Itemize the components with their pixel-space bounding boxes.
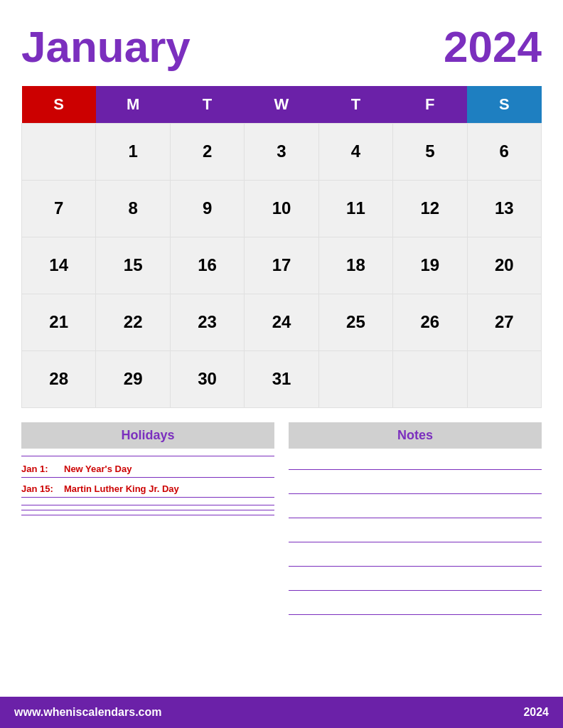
holiday-top-line (21, 456, 274, 456)
calendar-cell: 14 (22, 237, 96, 294)
page: January 2024 S M T W T F S 1234567891011… (0, 0, 563, 728)
note-line-4 (289, 528, 542, 542)
holidays-header: Holidays (21, 422, 274, 449)
calendar-cell: 2 (170, 123, 244, 180)
month-title: January (21, 21, 191, 72)
holiday-date: Jan 15: (21, 483, 64, 494)
holiday-name: Martin Luther King Jr. Day (64, 483, 179, 494)
col-header-wed: W (245, 86, 318, 123)
calendar-cell: 9 (170, 180, 244, 237)
calendar-row: 78910111213 (22, 180, 542, 237)
notes-header: Notes (289, 422, 542, 449)
calendar-wrapper: S M T W T F S 12345678910111213141516171… (21, 86, 542, 408)
calendar-header-row: S M T W T F S (22, 86, 542, 123)
note-line-7 (289, 601, 542, 615)
calendar-cell: 7 (22, 180, 96, 237)
calendar-cell (318, 350, 392, 407)
calendar-row: 21222324252627 (22, 294, 542, 350)
bottom-section: Holidays Jan 1:New Year's DayJan 15:Mart… (21, 422, 542, 697)
calendar-cell: 25 (318, 294, 392, 350)
footer-url: www.wheniscalendars.com (14, 706, 161, 719)
footer-year: 2024 (523, 706, 549, 719)
holidays-panel: Holidays Jan 1:New Year's DayJan 15:Mart… (21, 422, 274, 697)
calendar-cell: 15 (96, 237, 170, 294)
calendar-cell: 10 (245, 180, 318, 237)
calendar-cell: 3 (245, 123, 318, 180)
calendar-cell: 20 (467, 237, 541, 294)
col-header-mon: M (96, 86, 170, 123)
col-header-sat: S (467, 86, 541, 123)
col-header-fri: F (393, 86, 467, 123)
calendar-cell: 12 (393, 180, 467, 237)
calendar-cell (22, 123, 96, 180)
calendar-cell: 13 (467, 180, 541, 237)
calendar-cell: 4 (318, 123, 392, 180)
calendar-cell: 26 (393, 294, 467, 350)
note-line-1 (289, 456, 542, 470)
calendar-header: January 2024 (21, 21, 542, 72)
footer: www.wheniscalendars.com 2024 (0, 697, 563, 728)
calendar-cell: 1 (96, 123, 170, 180)
calendar-cell: 21 (22, 294, 96, 350)
calendar-cell: 30 (170, 350, 244, 407)
holiday-extra-line-2 (21, 510, 274, 510)
calendar-cell: 11 (318, 180, 392, 237)
calendar-cell: 6 (467, 123, 541, 180)
calendar-cell: 29 (96, 350, 170, 407)
calendar-cell: 5 (393, 123, 467, 180)
holidays-extra-lines (21, 505, 274, 515)
calendar-cell: 19 (393, 237, 467, 294)
calendar-row: 123456 (22, 123, 542, 180)
note-line-6 (289, 577, 542, 591)
calendar-cell: 17 (245, 237, 318, 294)
note-line-2 (289, 480, 542, 494)
col-header-tue: T (170, 86, 244, 123)
holiday-extra-line-1 (21, 505, 274, 505)
calendar-cell: 31 (245, 350, 318, 407)
calendar-cell: 22 (96, 294, 170, 350)
notes-panel: Notes (289, 422, 542, 697)
holidays-list: Jan 1:New Year's DayJan 15:Martin Luther… (21, 461, 274, 498)
calendar-cell (467, 350, 541, 407)
holiday-date: Jan 1: (21, 464, 64, 474)
calendar-row: 28293031 (22, 350, 542, 407)
holiday-extra-line-3 (21, 515, 274, 515)
calendar-table: S M T W T F S 12345678910111213141516171… (21, 86, 542, 408)
calendar-cell: 18 (318, 237, 392, 294)
calendar-cell: 8 (96, 180, 170, 237)
calendar-cell: 27 (467, 294, 541, 350)
col-header-sun: S (22, 86, 96, 123)
note-line-3 (289, 504, 542, 518)
calendar-body: 1234567891011121314151617181920212223242… (22, 123, 542, 407)
note-line-5 (289, 552, 542, 567)
calendar-row: 14151617181920 (22, 237, 542, 294)
calendar-cell: 16 (170, 237, 244, 294)
col-header-thu: T (318, 86, 392, 123)
holiday-item: Jan 1:New Year's Day (21, 461, 274, 478)
holiday-name: New Year's Day (64, 464, 132, 474)
year-title: 2024 (444, 21, 542, 72)
holiday-item: Jan 15:Martin Luther King Jr. Day (21, 481, 274, 498)
calendar-cell: 23 (170, 294, 244, 350)
calendar-cell (393, 350, 467, 407)
calendar-cell: 24 (245, 294, 318, 350)
calendar-cell: 28 (22, 350, 96, 407)
